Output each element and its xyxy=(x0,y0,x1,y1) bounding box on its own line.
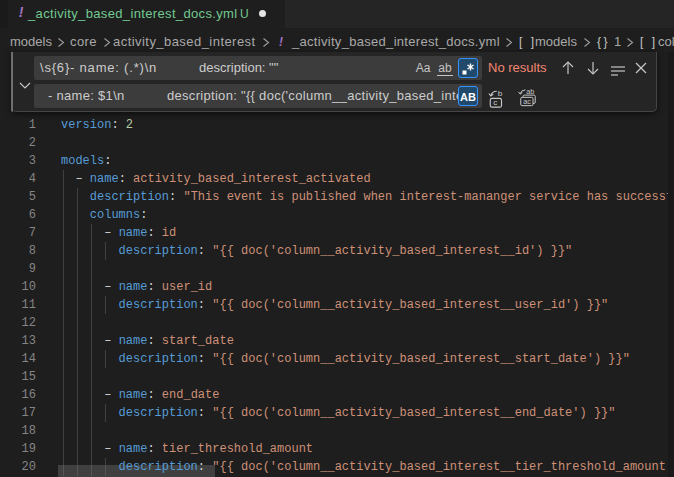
svg-text:ac: ac xyxy=(523,97,531,106)
svg-text:b: b xyxy=(498,89,503,98)
svg-text:c: c xyxy=(493,98,497,107)
svg-text:ab: ab xyxy=(526,87,534,96)
